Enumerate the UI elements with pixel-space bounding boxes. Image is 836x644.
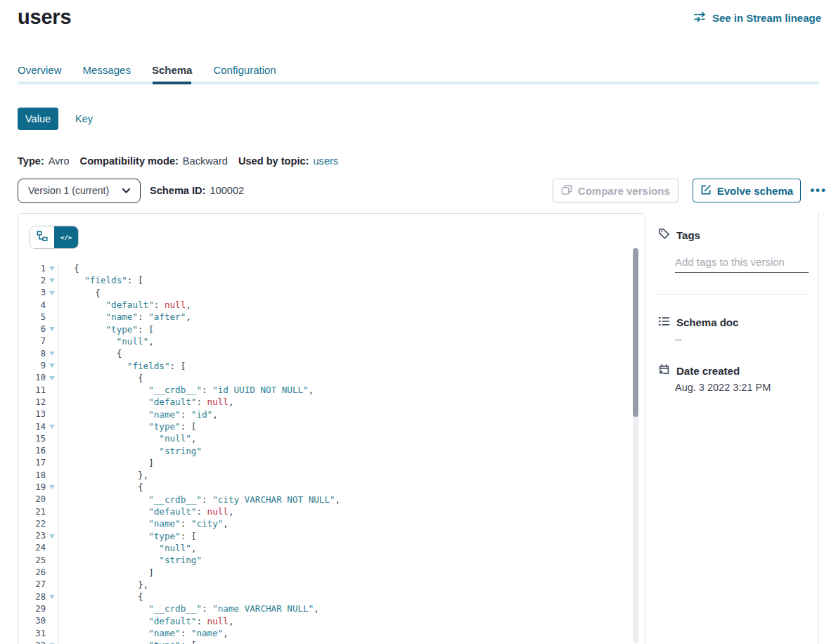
tags-input[interactable]: [675, 252, 809, 273]
line-number: 29: [18, 604, 46, 614]
fold-caret-icon[interactable]: [46, 420, 59, 432]
code-line: 21 "default": null,: [18, 505, 631, 517]
code-line: 10 {: [18, 372, 631, 384]
code-line: 3 {: [18, 287, 631, 299]
code-lines[interactable]: 1{2 "fields": [3 {4 "default": null,5 "n…: [18, 262, 631, 644]
code-line: 30 "default": null,: [18, 615, 631, 627]
gutter-cell: [46, 469, 59, 481]
code-text: "name": "city",: [59, 518, 229, 529]
fold-caret-icon[interactable]: [46, 359, 59, 371]
code-line: 16 "string": [18, 444, 631, 456]
more-actions-button[interactable]: •••: [810, 179, 827, 202]
fold-caret-icon[interactable]: [46, 591, 59, 603]
fold-caret-icon[interactable]: [46, 323, 59, 335]
compare-versions-button[interactable]: Compare versions: [553, 179, 679, 202]
code-line: 2 "fields": [: [18, 274, 631, 286]
code-line: 15 "null",: [18, 432, 631, 444]
code-text: "type": [: [59, 640, 196, 644]
schema-content: </> 1{2 "fields": [3 {4 "default": null,…: [0, 213, 836, 644]
code-text: "type": [: [59, 531, 196, 541]
schema-doc-value: --: [675, 334, 682, 345]
schema-doc-section-header: Schema doc: [645, 316, 818, 329]
compatibility-value: Backward: [183, 155, 228, 167]
fold-caret-icon[interactable]: [46, 347, 59, 359]
line-number: 14: [18, 422, 46, 432]
key-toggle-button[interactable]: Key: [75, 113, 93, 124]
line-number: 20: [18, 494, 46, 504]
code-text: {: [59, 482, 143, 492]
value-key-toggle: Value Key: [18, 108, 93, 130]
gutter-cell: [46, 311, 59, 323]
code-line: 1{: [18, 262, 631, 274]
code-line: 12 "default": null,: [18, 396, 631, 408]
compatibility-label: Compatibility mode:: [80, 155, 179, 167]
version-bar: Version 1 (current) Schema ID: 100002 Co…: [18, 178, 821, 203]
schema-page: users See in Stream lineage Overview Mes…: [0, 0, 836, 644]
fold-caret-icon[interactable]: [46, 530, 59, 542]
date-created-section-header: Date created: [645, 363, 818, 378]
gutter-cell: [46, 517, 59, 529]
line-number: 26: [18, 567, 46, 577]
code-text: "null",: [59, 336, 154, 347]
gutter-cell: [46, 603, 59, 614]
tags-divider: [658, 294, 809, 295]
code-line: 11 "__crdb__": "id UUID NOT NULL",: [18, 384, 631, 396]
line-number: 12: [18, 397, 46, 407]
tab-configuration[interactable]: Configuration: [213, 63, 276, 78]
tree-view-button[interactable]: [30, 226, 54, 248]
line-number: 16: [18, 446, 46, 456]
line-number: 31: [18, 629, 46, 638]
edit-icon: [700, 184, 712, 198]
chevron-down-icon: [122, 185, 131, 196]
fold-caret-icon[interactable]: [46, 372, 59, 384]
fold-caret-icon[interactable]: [46, 287, 59, 299]
see-in-stream-lineage-link[interactable]: See in Stream lineage: [694, 12, 821, 24]
tab-messages[interactable]: Messages: [83, 63, 131, 78]
used-by-topic-label: Used by topic:: [238, 155, 309, 167]
fold-caret-icon[interactable]: [46, 274, 59, 286]
gutter-cell: [46, 566, 59, 578]
code-line: 27 },: [18, 579, 631, 591]
code-view-icon: </>: [60, 233, 72, 241]
code-view-button[interactable]: </>: [54, 226, 78, 248]
line-number: 4: [18, 300, 46, 310]
tag-icon: [658, 228, 670, 242]
line-number: 28: [18, 592, 46, 602]
code-line: 8 {: [18, 347, 631, 359]
editor-scrollbar-thumb[interactable]: [633, 248, 638, 417]
version-select[interactable]: Version 1 (current): [18, 179, 141, 203]
code-line: 31 "name": "name",: [18, 627, 631, 639]
line-number: 27: [18, 579, 46, 589]
code-line: 28 {: [18, 591, 631, 603]
tab-overview[interactable]: Overview: [18, 63, 62, 78]
line-number: 17: [18, 458, 46, 468]
fold-caret-icon[interactable]: [46, 481, 59, 493]
code-line: 29 "__crdb__": "name VARCHAR NULL",: [18, 603, 631, 614]
code-line: 24 "null",: [18, 542, 631, 554]
line-number: 10: [18, 373, 46, 382]
value-toggle-button[interactable]: Value: [18, 108, 58, 130]
code-line: 23 "type": [: [18, 530, 631, 542]
code-text: "default": null,: [59, 397, 234, 407]
evolve-schema-button[interactable]: Evolve schema: [693, 179, 801, 202]
used-by-topic-link[interactable]: users: [313, 155, 338, 167]
gutter-cell: [46, 444, 59, 456]
tags-section-header: Tags: [645, 228, 818, 242]
tab-schema[interactable]: Schema: [152, 63, 193, 78]
editor-scrollbar[interactable]: [633, 248, 638, 643]
line-number: 30: [18, 616, 46, 626]
page-title: users: [18, 6, 71, 29]
fold-caret-icon[interactable]: [46, 639, 59, 644]
code-text: "__crdb__": "city VARCHAR NOT NULL",: [59, 494, 340, 505]
code-text: "default": null,: [59, 616, 234, 626]
code-text: {: [59, 288, 101, 298]
line-number: 8: [18, 349, 46, 359]
code-line: 13 "name": "id",: [18, 408, 631, 420]
calendar-add-icon: [658, 363, 670, 378]
code-text: "default": null,: [59, 506, 234, 517]
code-text: "string": [59, 446, 202, 456]
gutter-cell: [46, 335, 59, 347]
fold-caret-icon[interactable]: [46, 262, 59, 274]
gutter-cell: [46, 542, 59, 554]
tab-bar: Overview Messages Schema Configuration: [18, 63, 276, 78]
